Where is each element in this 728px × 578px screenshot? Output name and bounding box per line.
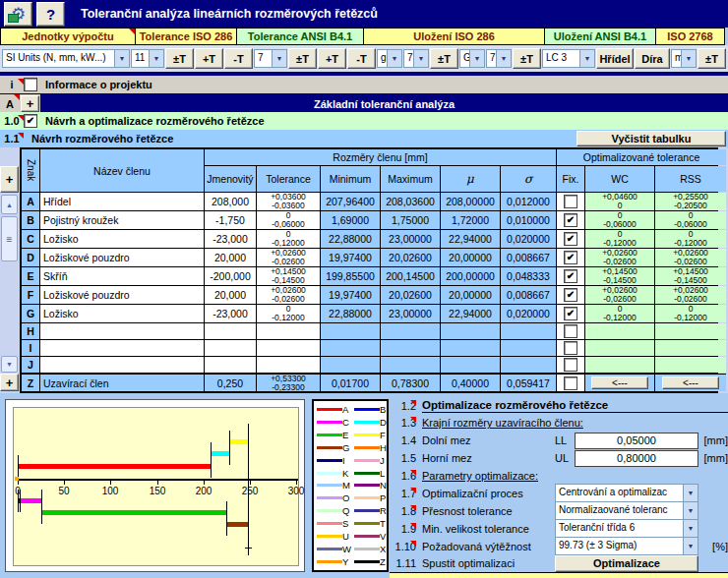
chevron-down-icon[interactable]: ▼ xyxy=(413,50,428,67)
nominal-cell[interactable] xyxy=(205,340,256,356)
ansi-grade-dropdown[interactable]: 7▼ xyxy=(254,49,287,68)
sigma-cell[interactable]: 0,008667 xyxy=(501,249,556,266)
member-name-cell[interactable]: Skříň xyxy=(40,267,204,285)
units-dropdown[interactable]: SI Units (N, mm, kW...)▼ xyxy=(2,49,130,68)
member-name-cell[interactable]: Pojistný kroužek xyxy=(40,211,204,229)
panel-dropdown-1.9[interactable]: Toleranční třída 6▼ xyxy=(555,519,698,538)
minimum-cell[interactable]: 207,96400 xyxy=(321,193,380,210)
chevron-down-icon[interactable]: ▼ xyxy=(683,538,698,554)
panel-dropdown-1.8[interactable]: Normalizaované toleranc▼ xyxy=(555,501,698,520)
sigma-cell[interactable]: 0,048333 xyxy=(501,267,556,285)
nominal-cell[interactable]: 208,000 xyxy=(205,193,256,210)
fit-hole-letter-dropdown[interactable]: G▼ xyxy=(459,49,485,68)
add-row-top-button[interactable]: + xyxy=(0,166,19,193)
mu-cell[interactable]: 208,00000 xyxy=(441,193,500,210)
chevron-down-icon[interactable]: ▼ xyxy=(114,50,129,67)
wc-transfer-button[interactable]: <--- xyxy=(591,376,648,389)
hole-button[interactable]: Díra xyxy=(635,48,670,69)
tolerance-cell[interactable] xyxy=(257,323,320,339)
add-row-bottom-button[interactable]: + xyxy=(0,374,19,391)
mu-cell[interactable]: 0,40000 xyxy=(441,374,500,391)
sigma-cell[interactable] xyxy=(501,323,556,339)
sigma-cell[interactable] xyxy=(501,357,556,373)
member-name-cell[interactable]: Uzavírací člen xyxy=(40,374,204,391)
fix-checkbox[interactable]: ✔ xyxy=(564,288,577,302)
tolerance-cell[interactable]: +0,53300-0,23300 xyxy=(257,374,320,391)
fit-shaft-letter-dropdown[interactable]: g▼ xyxy=(377,49,402,68)
project-info-checkbox[interactable] xyxy=(24,78,37,91)
minimum-cell[interactable]: 1,69000 xyxy=(321,211,380,229)
expand-section-button[interactable]: + xyxy=(21,95,39,112)
sigma-cell[interactable] xyxy=(501,340,556,356)
fix-checkbox[interactable]: ✔ xyxy=(564,307,577,320)
maximum-cell[interactable] xyxy=(381,323,440,339)
chevron-down-icon[interactable]: ▼ xyxy=(469,50,484,67)
tolerance-cell[interactable]: +0,02600-0,02600 xyxy=(257,249,320,266)
fix-checkbox[interactable] xyxy=(564,358,577,372)
maximum-cell[interactable] xyxy=(381,340,440,356)
chevron-down-icon[interactable]: ▼ xyxy=(579,50,594,67)
chevron-down-icon[interactable]: ▼ xyxy=(272,50,286,67)
chapter-enabled-checkbox[interactable]: ✔ xyxy=(24,114,37,128)
scrollbar-thumb[interactable]: ≡ xyxy=(1,216,18,261)
minimum-cell[interactable]: 22,88000 xyxy=(321,230,380,248)
sigma-cell[interactable]: 0,012000 xyxy=(501,193,556,210)
iso286-plus-tolerance-button[interactable]: +T xyxy=(195,48,223,69)
mu-cell[interactable] xyxy=(441,340,500,356)
minimum-cell[interactable]: 199,85500 xyxy=(321,267,380,285)
member-name-cell[interactable] xyxy=(40,340,204,356)
member-name-cell[interactable]: Ložiskové pouzdro xyxy=(40,286,204,304)
sigma-cell[interactable]: 0,008667 xyxy=(501,286,556,304)
member-name-cell[interactable] xyxy=(40,323,204,339)
mu-cell[interactable]: 20,00000 xyxy=(441,249,500,266)
minimum-cell[interactable] xyxy=(321,340,380,356)
chevron-down-icon[interactable]: ▼ xyxy=(149,50,163,67)
tolerance-cell[interactable]: 0-0,12000 xyxy=(257,230,320,248)
panel-dropdown-1.7[interactable]: Centrování a optimalizac▼ xyxy=(555,484,698,502)
fix-checkbox[interactable] xyxy=(564,376,577,390)
chevron-down-icon[interactable]: ▼ xyxy=(683,520,698,537)
ansi-fit-dropdown[interactable]: LC 3▼ xyxy=(542,49,595,68)
panel-dropdown-1.10[interactable]: 99.73 (± 3 Sigma)▼ xyxy=(555,537,698,555)
chevron-down-icon[interactable]: ▼ xyxy=(681,50,696,67)
iso286-pm-tolerance-button[interactable]: ±T xyxy=(165,48,194,69)
iso2768-pm-button[interactable]: ±T xyxy=(698,48,726,69)
chevron-down-icon[interactable]: ▼ xyxy=(683,502,698,519)
fit-hole-pm-button[interactable]: ±T xyxy=(513,48,541,69)
scroll-down-button[interactable]: ▼ xyxy=(1,356,18,373)
maximum-cell[interactable]: 1,75000 xyxy=(381,211,440,229)
fix-checkbox[interactable] xyxy=(564,195,577,208)
nominal-cell[interactable]: 20,000 xyxy=(205,249,256,266)
maximum-cell[interactable]: 208,03600 xyxy=(381,193,440,210)
maximum-cell[interactable] xyxy=(381,357,440,373)
nominal-cell[interactable]: -23,000 xyxy=(205,230,256,248)
sigma-cell[interactable]: 0,059417 xyxy=(501,374,556,391)
iso286-minus-tolerance-button[interactable]: -T xyxy=(224,48,253,69)
fix-checkbox[interactable] xyxy=(564,341,577,355)
chevron-down-icon[interactable]: ▼ xyxy=(683,485,698,501)
minimum-cell[interactable] xyxy=(321,357,380,373)
fix-checkbox[interactable]: ✔ xyxy=(564,213,577,227)
member-name-cell[interactable]: Hřídel xyxy=(40,193,204,210)
shaft-button[interactable]: Hřídel xyxy=(596,48,634,69)
sigma-cell[interactable]: 0,020000 xyxy=(501,230,556,248)
nominal-cell[interactable]: 20,000 xyxy=(205,286,256,304)
nominal-cell[interactable]: -1,750 xyxy=(205,211,256,229)
mu-cell[interactable]: 22,94000 xyxy=(441,230,500,248)
mu-cell[interactable] xyxy=(441,323,500,339)
help-button[interactable]: ? xyxy=(36,2,65,27)
tolerance-cell[interactable]: +0,02600-0,02600 xyxy=(257,286,320,304)
member-name-cell[interactable]: Ložisko xyxy=(40,230,204,248)
nominal-cell[interactable] xyxy=(205,357,256,373)
member-name-cell[interactable] xyxy=(40,357,204,373)
fix-checkbox[interactable]: ✔ xyxy=(564,251,577,264)
maximum-cell[interactable]: 23,00000 xyxy=(381,305,440,322)
clear-table-button[interactable]: Vyčistit tabulku xyxy=(576,131,726,146)
mu-cell[interactable]: 1,72000 xyxy=(441,211,500,229)
fit-shaft-pm-button[interactable]: ±T xyxy=(430,48,458,69)
sigma-cell[interactable]: 0,010000 xyxy=(501,211,556,229)
nominal-cell[interactable]: -200,000 xyxy=(205,267,256,285)
mu-cell[interactable]: 22,94000 xyxy=(441,305,500,322)
limit-input-UL[interactable]: 0,80000 xyxy=(575,450,698,467)
ansi-pm-tolerance-button[interactable]: ±T xyxy=(288,48,317,69)
